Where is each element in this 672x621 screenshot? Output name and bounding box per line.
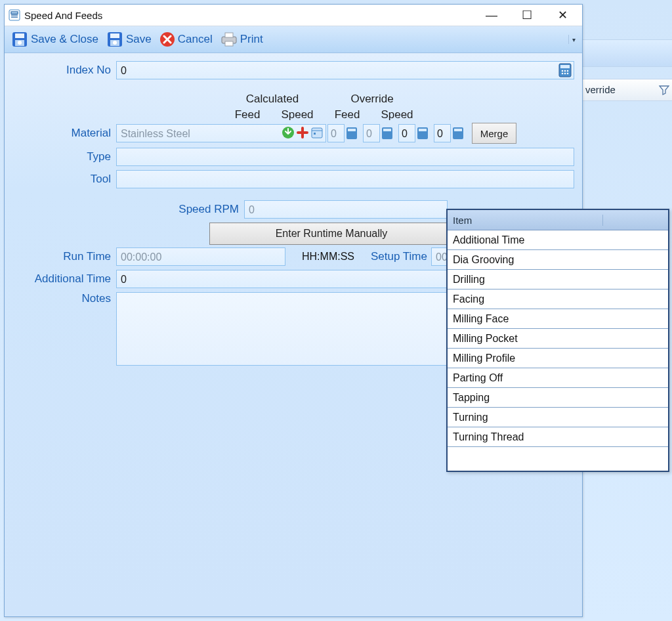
svg-point-16 xyxy=(564,70,566,72)
save-and-close-label: Save & Close xyxy=(31,33,98,46)
svg-rect-23 xyxy=(314,133,316,135)
svg-rect-14 xyxy=(560,65,570,68)
dropdown-item[interactable]: Dia Grooving xyxy=(448,250,668,270)
additional-time-label: Additional Time xyxy=(12,272,116,286)
index-no-label: Index No xyxy=(12,64,116,77)
cancel-label: Cancel xyxy=(178,33,213,46)
floppy-icon xyxy=(106,31,123,48)
dropdown-item[interactable]: Facing xyxy=(448,289,668,309)
enter-runtime-button[interactable]: Enter Runtime Manually xyxy=(209,223,453,245)
over-feed-field[interactable]: 0 xyxy=(398,124,415,142)
svg-point-8 xyxy=(113,41,117,45)
calendar-icon[interactable] xyxy=(310,126,324,139)
svg-rect-27 xyxy=(383,129,391,131)
notes-label: Notes xyxy=(12,292,116,305)
dropdown-item[interactable]: Turning Thread xyxy=(448,427,668,447)
window-controls: — ☐ ✕ xyxy=(480,9,574,21)
calc-feed-field[interactable]: 0 xyxy=(327,124,345,142)
dropdown-item[interactable]: Turning xyxy=(448,408,668,427)
header-override: Override xyxy=(322,93,422,106)
header-over-speed: Speed xyxy=(372,108,422,121)
dropdown-item[interactable]: Parting Off xyxy=(448,368,668,388)
calc-speed-field[interactable]: 0 xyxy=(363,124,380,142)
run-time-label: Run Time xyxy=(12,250,116,263)
save-and-close-button[interactable]: Save & Close xyxy=(9,30,101,49)
type-field[interactable] xyxy=(116,148,574,166)
filter-icon[interactable] xyxy=(659,85,669,95)
bg-header-col: verride xyxy=(585,79,616,100)
svg-rect-25 xyxy=(348,129,356,131)
maximize-button[interactable]: ☐ xyxy=(515,9,539,21)
save-label: Save xyxy=(126,33,152,46)
toolbar-overflow[interactable]: ▾ xyxy=(568,35,578,44)
svg-rect-31 xyxy=(454,129,462,131)
window-title: Speed And Feeds xyxy=(24,10,480,21)
toolbar: Save & Close Save Cancel Print ▾ xyxy=(5,26,582,53)
svg-rect-6 xyxy=(110,33,119,38)
calculator-icon[interactable] xyxy=(346,127,358,140)
minimize-button[interactable]: — xyxy=(480,9,503,21)
type-dropdown: Item Additional TimeDia GroovingDrilling… xyxy=(446,209,669,472)
dropdown-item[interactable]: Tapping xyxy=(448,388,668,408)
dropdown-item[interactable]: Milling Face xyxy=(448,309,668,329)
header-calculated: Calculated xyxy=(222,93,322,106)
svg-rect-29 xyxy=(419,129,427,131)
svg-point-18 xyxy=(562,73,564,75)
dropdown-item[interactable]: Drilling xyxy=(448,270,668,289)
header-over-feed: Feed xyxy=(322,108,372,121)
dropdown-item[interactable]: Milling Profile xyxy=(448,349,668,368)
calculator-icon[interactable] xyxy=(452,127,464,140)
speed-rpm-field[interactable]: 0 xyxy=(244,200,448,219)
tool-field[interactable] xyxy=(116,170,574,188)
svg-point-20 xyxy=(567,73,569,75)
app-icon xyxy=(9,9,20,21)
close-button[interactable]: ✕ xyxy=(551,9,574,21)
cancel-icon xyxy=(159,32,175,47)
over-speed-field[interactable]: 0 xyxy=(434,124,451,142)
dropdown-blank-row xyxy=(448,447,668,471)
setup-time-label: Setup Time xyxy=(371,250,427,263)
dropdown-item[interactable]: Additional Time xyxy=(448,230,668,250)
save-button[interactable]: Save xyxy=(104,30,154,49)
dropdown-list: Additional TimeDia GroovingDrillingFacin… xyxy=(448,230,668,471)
print-button[interactable]: Print xyxy=(218,31,266,48)
calculator-icon[interactable] xyxy=(558,63,572,77)
print-label: Print xyxy=(240,33,263,46)
header-calc-feed: Feed xyxy=(222,108,272,121)
run-time-field[interactable]: 00:00:00 xyxy=(116,247,285,266)
dropdown-item[interactable]: Milling Pocket xyxy=(448,329,668,349)
calculator-icon[interactable] xyxy=(381,127,393,140)
dropdown-header-item[interactable]: Item xyxy=(448,215,603,226)
svg-rect-12 xyxy=(225,41,233,46)
tool-label: Tool xyxy=(12,173,116,186)
dropdown-header: Item xyxy=(448,210,668,230)
calculator-icon[interactable] xyxy=(417,127,429,140)
type-label: Type xyxy=(12,150,116,163)
title-bar: Speed And Feeds — ☐ ✕ xyxy=(5,5,582,26)
header-calc-speed: Speed xyxy=(272,108,322,121)
floppy-icon xyxy=(11,31,28,48)
svg-point-4 xyxy=(18,41,22,45)
svg-point-15 xyxy=(562,70,564,72)
speed-rpm-label: Speed RPM xyxy=(12,203,244,216)
background-toolbar xyxy=(578,39,672,67)
printer-icon xyxy=(220,32,238,47)
svg-rect-22 xyxy=(312,128,322,138)
time-format-hint: HH:MM:SS xyxy=(285,251,371,263)
svg-rect-11 xyxy=(225,33,233,37)
svg-point-19 xyxy=(564,73,566,75)
plus-icon[interactable] xyxy=(296,126,309,139)
material-label: Material xyxy=(12,127,116,140)
merge-button[interactable]: Merge xyxy=(472,123,516,144)
svg-point-17 xyxy=(567,70,569,72)
arrow-down-icon[interactable] xyxy=(282,126,295,139)
svg-rect-2 xyxy=(15,33,24,38)
background-grid-header: verride xyxy=(578,79,672,101)
index-no-field[interactable]: 0 xyxy=(116,61,574,79)
cancel-button[interactable]: Cancel xyxy=(157,30,215,49)
